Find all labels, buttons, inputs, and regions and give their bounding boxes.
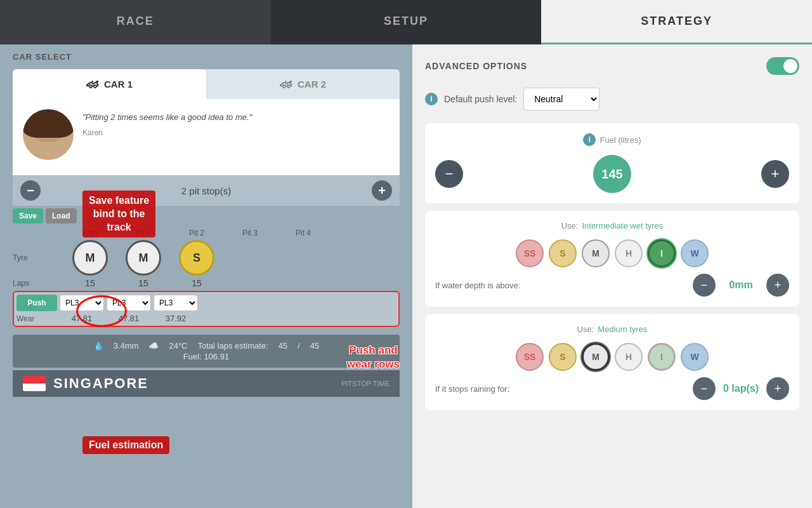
singapore-flag <box>23 376 46 391</box>
water-depth-control: − 0mm + <box>693 274 789 297</box>
laps-row-label: Laps <box>13 279 63 288</box>
advanced-options-header: ADVANCED OPTIONS <box>425 57 799 75</box>
laps-separator: / <box>298 341 300 351</box>
push-select-pit1[interactable]: PL3PL1PL2PL4 <box>107 295 151 311</box>
rain-stop-label: If it stops raining for: <box>435 384 509 394</box>
tyre-option-ss[interactable]: SS <box>516 239 544 267</box>
main-content: CAR SELECT 🏎 CAR 1 🏎 CAR 2 "Pitting 2 ti… <box>0 44 812 508</box>
grid-label-spacer <box>13 229 63 237</box>
left-panel: CAR SELECT 🏎 CAR 1 🏎 CAR 2 "Pitting 2 ti… <box>0 44 412 508</box>
temperature-value: 24°C <box>169 341 187 351</box>
tyre-circle-start[interactable]: M <box>72 240 108 276</box>
pit-minus-button[interactable]: − <box>20 180 41 201</box>
dry-tyre-option-m[interactable]: M <box>582 343 610 371</box>
fuel-title: Fuel (litres) <box>599 135 641 145</box>
right-panel: ADVANCED OPTIONS i Default push level: N… <box>412 44 812 508</box>
water-depth-icon: 💧 <box>93 341 103 351</box>
wet-tyre-selector: SS S M H I W <box>435 239 789 267</box>
water-depth-label: If water depth is above: <box>435 281 520 290</box>
water-depth-row: If water depth is above: − 0mm + <box>435 274 789 297</box>
rain-stop-value: 0 lap(s) <box>722 383 760 394</box>
car-select-header: CAR SELECT <box>0 44 412 69</box>
car2-icon: 🏎 <box>280 77 292 91</box>
laps-current: 45 <box>278 341 287 351</box>
tyre-pit1[interactable]: M <box>117 240 170 276</box>
dry-tyre-option-h[interactable]: H <box>615 343 643 371</box>
tyre-pit2[interactable]: S <box>170 240 223 276</box>
dry-tyre-option-i[interactable]: I <box>648 343 676 371</box>
driver-box: "Pitting 2 times seems like a good idea … <box>13 99 400 175</box>
tyre-option-w[interactable]: W <box>681 239 709 267</box>
fuel-label: Fuel: <box>183 352 202 361</box>
push-select-pit2[interactable]: PL3PL1PL2PL4 <box>154 295 198 311</box>
push-level-select[interactable]: Neutral Low High <box>523 88 599 110</box>
dry-tyre-option-s[interactable]: S <box>549 343 577 371</box>
push-row: Push PL3PL1PL2PL4 PL3PL1PL2PL4 PL3PL1PL2… <box>16 295 396 311</box>
tyre-row-label: Tyre <box>13 253 63 262</box>
fuel-value-badge: 145 <box>593 155 631 193</box>
tyre-row: Tyre M M S <box>13 240 400 276</box>
rain-stop-row: If it stops raining for: − 0 lap(s) + <box>435 377 789 400</box>
wear-row: Wear 47.81 47.81 37.92 <box>16 314 396 323</box>
tab-setup[interactable]: SETUP <box>271 0 542 44</box>
fuel-decrease-button[interactable]: − <box>435 160 463 188</box>
wear-pit1: 47.81 <box>107 314 151 323</box>
total-laps-label: Total laps estimate: <box>197 341 268 351</box>
wear-start: 47.81 <box>60 314 104 323</box>
car-tab-1[interactable]: 🏎 CAR 1 <box>13 69 206 99</box>
dry-tyre-option-ss[interactable]: SS <box>516 343 544 371</box>
water-depth-increase[interactable]: + <box>766 274 789 297</box>
advanced-options-toggle[interactable] <box>766 57 799 75</box>
tyre-option-i[interactable]: I <box>648 239 676 267</box>
tab-race[interactable]: RACE <box>0 0 271 44</box>
strategy-grid: Start Pit 1 Pit 2 Pit 3 Pit 4 Tyre M M S <box>13 226 400 330</box>
laps-start: 15 <box>63 278 117 288</box>
singapore-name: SINGAPORE <box>53 375 148 392</box>
dry-tyre-highlight: Medium tyres <box>598 324 647 334</box>
advanced-options-title: ADVANCED OPTIONS <box>425 61 527 71</box>
pit-plus-button[interactable]: + <box>372 180 392 201</box>
push-button[interactable]: Push <box>16 295 57 311</box>
water-depth-decrease[interactable]: − <box>693 274 716 297</box>
col-pit3: Pit 3 <box>223 229 277 237</box>
tyre-option-h[interactable]: H <box>615 239 643 267</box>
tyre-option-m[interactable]: M <box>582 239 610 267</box>
fuel-section: i Fuel (litres) − 145 + <box>425 123 799 203</box>
push-select-start[interactable]: PL3PL1PL2PL4 <box>60 295 104 311</box>
tyre-circle-pit2[interactable]: S <box>179 240 214 276</box>
save-button[interactable]: Save <box>13 208 43 224</box>
wet-tyre-highlight: Intermediate wet tyres <box>582 221 663 231</box>
dry-tyre-section: Use: Medium tyres SS S M H I W If it sto… <box>425 314 799 410</box>
car-tab-2[interactable]: 🏎 CAR 2 <box>206 69 400 99</box>
car-tabs: 🏎 CAR 1 🏎 CAR 2 <box>13 69 400 99</box>
pitstop-time-label: PITSTOP TIME <box>341 380 390 387</box>
wet-tyre-section: Use: Intermediate wet tyres SS S M H I W… <box>425 211 799 307</box>
rain-stop-increase[interactable]: + <box>766 377 789 400</box>
laps-row: Laps 15 15 15 <box>13 278 400 288</box>
bottom-bar-row2: Fuel: 106.91 <box>183 352 229 361</box>
dry-tyre-option-w[interactable]: W <box>681 343 709 371</box>
fuel-section-title: i Fuel (litres) <box>435 133 789 146</box>
tyre-option-s[interactable]: S <box>549 239 577 267</box>
push-level-row: i Default push level: Neutral Low High <box>425 88 799 110</box>
dry-tyre-selector: SS S M H I W <box>435 343 789 371</box>
load-button[interactable]: Load <box>46 208 77 224</box>
laps-max: 45 <box>310 341 319 351</box>
wear-label: Wear <box>16 314 57 323</box>
dry-tyre-title: Use: Medium tyres <box>435 324 789 334</box>
fuel-increase-button[interactable]: + <box>761 160 789 188</box>
rain-stop-decrease[interactable]: − <box>693 377 716 400</box>
pit-stop-bar: − 2 pit stop(s) + <box>13 175 400 206</box>
col-pit2: Pit 2 <box>170 229 223 237</box>
pit-stop-label: 2 pit stop(s) <box>181 185 231 196</box>
fuel-value: 106.91 <box>204 352 229 361</box>
push-wear-box: Push PL3PL1PL2PL4 PL3PL1PL2PL4 PL3PL1PL2… <box>13 291 400 327</box>
tab-strategy[interactable]: STRATEGY <box>541 0 812 44</box>
laps-pit2: 15 <box>170 278 223 288</box>
tyre-start[interactable]: M <box>63 240 117 276</box>
tyre-circle-pit1[interactable]: M <box>126 240 161 276</box>
cloud-icon: ☁️ <box>148 341 159 351</box>
driver-avatar <box>23 109 74 160</box>
car1-label: CAR 1 <box>104 79 133 90</box>
push-level-info-icon: i <box>425 93 438 105</box>
